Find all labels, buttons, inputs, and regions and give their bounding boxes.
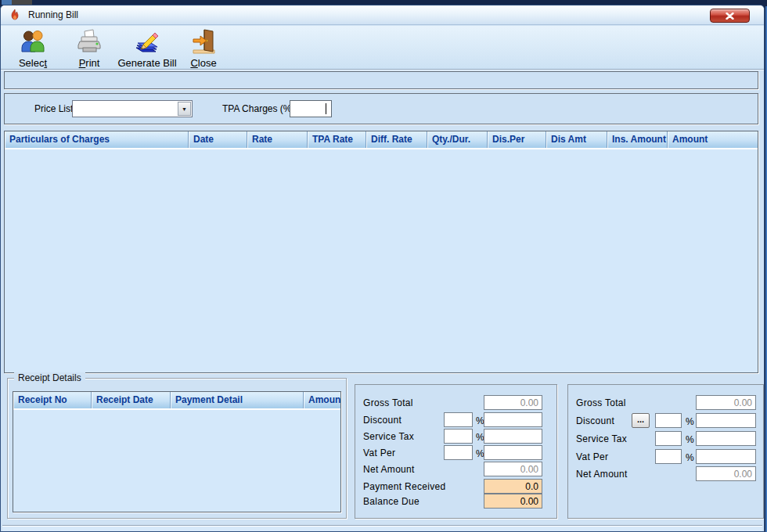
printer-icon [76, 28, 103, 55]
service-tax-label: Service Tax [363, 429, 414, 444]
column-header-tpa-rate[interactable]: TPA Rate [308, 131, 366, 148]
net-amount-field-right [696, 466, 756, 481]
window-title: Running Bill [28, 9, 78, 20]
vat-percent-sign-right: % [686, 449, 694, 466]
discount-percent-input-right[interactable] [655, 413, 682, 428]
discount-percent-sign-right: % [686, 413, 694, 430]
generate-bill-button[interactable]: Generate Bill [115, 28, 179, 69]
generate-bill-pencil-icon [134, 28, 160, 55]
service-tax-amount-input[interactable] [484, 429, 542, 444]
service-tax-label-right: Service Tax [576, 431, 627, 447]
discount-label-right: Discount [576, 413, 614, 429]
net-amount-field [484, 462, 542, 476]
column-header-date[interactable]: Date [189, 131, 247, 148]
vat-amount-input[interactable] [484, 445, 542, 460]
column-header-ins-amount[interactable]: Ins. Amount [607, 131, 668, 148]
select-button-label: Select [10, 57, 56, 69]
service-tax-percent-input-right[interactable] [655, 431, 682, 446]
receipt-details-legend: Receipt Details [14, 372, 85, 383]
info-bar [4, 71, 758, 89]
window-close-button[interactable] [710, 9, 750, 23]
column-header-receipt-date[interactable]: Receipt Date [92, 392, 171, 408]
app-logo-icon [9, 9, 21, 21]
column-header-dis-amt[interactable]: Dis Amt [546, 131, 607, 148]
receipt-grid-header: Receipt No Receipt Date Payment Detail A… [13, 392, 340, 410]
chevron-down-icon: ▼ [182, 106, 187, 112]
print-button[interactable]: Print [68, 28, 110, 69]
discount-browse-button[interactable]: ... [632, 413, 650, 428]
price-list-label: Price List [34, 103, 73, 114]
column-header-rate[interactable]: Rate [247, 131, 308, 148]
print-button-label: Print [68, 57, 110, 69]
price-list-value [74, 102, 176, 115]
select-people-icon [20, 28, 46, 55]
vat-per-label: Vat Per [363, 445, 395, 461]
payment-received-label: Payment Received [363, 479, 446, 494]
column-header-diff-rate[interactable]: Diff. Rate [366, 131, 427, 148]
column-header-receipt-no[interactable]: Receipt No [13, 392, 92, 408]
column-header-receipt-amount[interactable]: Amount [304, 392, 340, 408]
toolbar: Select Print Generate Bill [1, 26, 764, 70]
payment-received-field [484, 479, 542, 494]
close-button-label: Close [182, 57, 225, 69]
column-header-particulars[interactable]: Particulars of Charges [5, 131, 189, 148]
balance-due-field [484, 494, 542, 509]
tpa-charges-label: TPA Charges (%) [222, 103, 294, 114]
service-tax-percent-sign-right: % [686, 431, 694, 448]
text-caret [326, 103, 326, 114]
net-amount-label: Net Amount [363, 462, 415, 477]
vat-percent-input-right[interactable] [655, 449, 682, 464]
running-bill-window: Running Bill Select [0, 5, 765, 532]
gross-total-field [484, 395, 542, 410]
receipt-details-group: Receipt Details Receipt No Receipt Date … [7, 378, 347, 519]
discount-amount-input-right[interactable] [696, 413, 756, 428]
price-list-combobox[interactable]: ▼ [72, 100, 193, 117]
receipt-grid: Receipt No Receipt Date Payment Detail A… [13, 391, 341, 512]
pricing-bar: Price List ▼ TPA Charges (%) [4, 93, 758, 124]
service-tax-percent-input[interactable] [444, 429, 473, 444]
charges-grid-header: Particulars of Charges Date Rate TPA Rat… [5, 131, 758, 149]
generate-bill-button-label: Generate Bill [115, 57, 179, 69]
secondary-totals-panel: Gross Total Discount ... % Service Tax %… [567, 384, 764, 519]
charges-grid: Particulars of Charges Date Rate TPA Rat… [4, 131, 758, 373]
vat-per-label-right: Vat Per [576, 449, 608, 465]
vat-percent-input[interactable] [444, 445, 473, 460]
column-header-qty-dur[interactable]: Qty./Dur. [427, 131, 488, 148]
vat-amount-input-right[interactable] [696, 449, 756, 464]
column-header-payment-detail[interactable]: Payment Detail [171, 392, 304, 408]
column-header-dis-per[interactable]: Dis.Per [488, 131, 546, 148]
bill-totals-panel: Gross Total Discount % Service Tax % Vat… [355, 384, 557, 519]
title-bar[interactable]: Running Bill [1, 5, 764, 25]
price-list-dropdown-button[interactable]: ▼ [178, 102, 191, 116]
select-button[interactable]: Select [10, 28, 56, 69]
gross-total-label-right: Gross Total [576, 395, 626, 411]
column-header-amount[interactable]: Amount [668, 131, 758, 148]
window-bottom-strip [2, 527, 762, 532]
discount-label: Discount [363, 412, 402, 428]
gross-total-field-right [696, 395, 756, 410]
exit-door-icon [190, 28, 217, 55]
close-x-icon [726, 13, 734, 20]
service-tax-amount-input-right[interactable] [696, 431, 756, 446]
gross-total-label: Gross Total [363, 395, 413, 411]
charges-grid-body[interactable] [5, 151, 758, 372]
balance-due-label: Balance Due [363, 494, 420, 509]
net-amount-label-right: Net Amount [576, 466, 628, 482]
discount-percent-input[interactable] [444, 412, 473, 427]
receipt-grid-body[interactable] [13, 412, 340, 512]
discount-amount-input[interactable] [484, 412, 542, 427]
close-button[interactable]: Close [182, 28, 225, 69]
